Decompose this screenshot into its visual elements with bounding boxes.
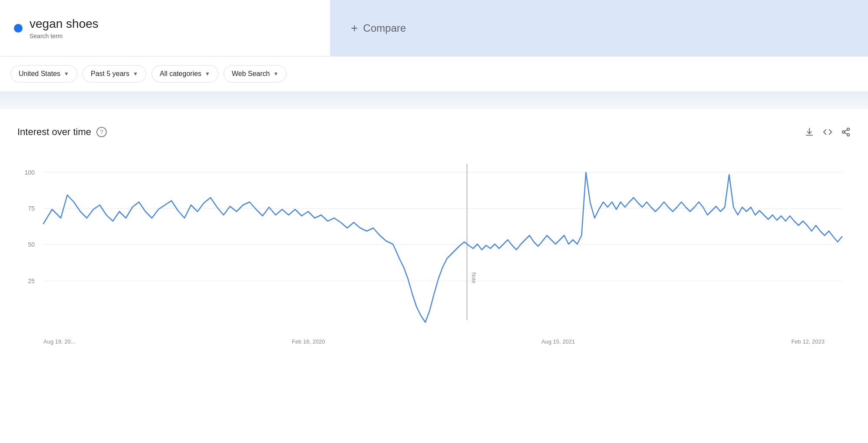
svg-line-5 <box>845 130 847 132</box>
filters-bar: United States ▼ Past 5 years ▼ All categ… <box>0 56 868 92</box>
header-area: vegan shoes Search term + Compare <box>0 0 868 56</box>
compare-label: Compare <box>363 22 406 34</box>
svg-text:100: 100 <box>25 169 35 176</box>
svg-text:25: 25 <box>28 278 35 284</box>
embed-button[interactable] <box>823 127 832 137</box>
category-label: All categories <box>160 70 201 78</box>
chart-container: 100 75 50 25 Note Aug 19, 20... Feb 16, … <box>17 151 851 345</box>
search-type-dropdown-arrow: ▼ <box>273 71 278 77</box>
chart-title-group: Interest over time ? <box>17 126 107 138</box>
search-type-label: Web Search <box>232 70 270 78</box>
time-range-dropdown-arrow: ▼ <box>133 71 138 77</box>
chart-title: Interest over time <box>17 126 91 138</box>
x-label-aug2021: Aug 15, 2021 <box>541 338 575 345</box>
compare-plus-icon: + <box>351 21 358 35</box>
region-dropdown-arrow: ▼ <box>64 71 69 77</box>
x-label-aug2018: Aug 19, 20... <box>43 338 76 345</box>
compare-box[interactable]: + Compare <box>330 0 868 56</box>
svg-text:75: 75 <box>28 205 35 212</box>
region-label: United States <box>19 70 60 78</box>
search-type-filter[interactable]: Web Search ▼ <box>224 65 287 83</box>
region-filter[interactable]: United States ▼ <box>10 65 77 83</box>
category-filter[interactable]: All categories ▼ <box>152 65 218 83</box>
search-term-subtitle: Search term <box>30 33 99 40</box>
divider-band <box>0 92 868 109</box>
help-icon[interactable]: ? <box>96 127 107 137</box>
chart-header: Interest over time ? <box>17 126 851 138</box>
search-term-box: vegan shoes Search term <box>0 0 330 56</box>
category-dropdown-arrow: ▼ <box>205 71 210 77</box>
download-button[interactable] <box>805 127 814 137</box>
x-label-feb2020: Feb 16, 2020 <box>292 338 325 345</box>
chart-svg: 100 75 50 25 Note <box>17 151 851 333</box>
chart-section: Interest over time ? <box>0 109 868 354</box>
svg-line-4 <box>845 132 847 134</box>
search-term-title: vegan shoes <box>30 17 99 31</box>
share-button[interactable] <box>841 127 851 137</box>
x-label-feb2023: Feb 12, 2023 <box>791 338 825 345</box>
time-range-label: Past 5 years <box>91 70 129 78</box>
chart-actions <box>805 127 851 137</box>
svg-text:Note: Note <box>471 272 477 284</box>
search-term-text: vegan shoes Search term <box>30 17 99 40</box>
svg-text:50: 50 <box>28 241 35 248</box>
search-term-dot <box>14 24 23 33</box>
time-range-filter[interactable]: Past 5 years ▼ <box>83 65 146 83</box>
x-axis-labels: Aug 19, 20... Feb 16, 2020 Aug 15, 2021 … <box>17 335 851 345</box>
